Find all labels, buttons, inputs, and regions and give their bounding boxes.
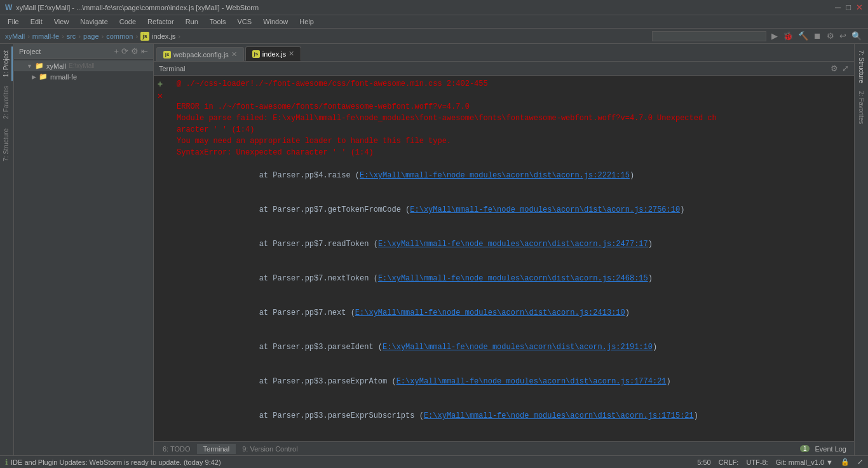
- bottom-tab-vcs[interactable]: 9: Version Control: [236, 444, 304, 454]
- panel-add-button[interactable]: +: [114, 46, 119, 56]
- breadcrumb-sep-3: ›: [78, 32, 81, 40]
- project-tree: ▼ 📁 xyMall E:\xyMall ▶ 📁 mmall-fe: [14, 59, 153, 455]
- window-title: xyMall [E:\xyMall] - ...\mmall-fe\src\pa…: [16, 4, 259, 11]
- event-log-label[interactable]: Event Log: [815, 445, 846, 453]
- right-tab-favorites[interactable]: 2: Favorites: [856, 87, 867, 128]
- terminal-gear-icon[interactable]: ⚙: [831, 64, 838, 73]
- menu-bar: File Edit View Navigate Code Refactor Ru…: [0, 15, 868, 29]
- menu-help[interactable]: Help: [294, 17, 319, 27]
- status-lock-icon: 🔒: [841, 458, 850, 466]
- tree-label-xymall: xyMall: [46, 62, 66, 70]
- panel-settings-button[interactable]: ⚙: [131, 46, 139, 56]
- term-line-2: ERROR in ./~/font-awesome/fonts/fontawes…: [172, 101, 854, 113]
- term-link-6[interactable]: E:\xyMall\mmall-fe\node_modules\acorn\di…: [383, 343, 653, 352]
- term-line-14: at Parser.pp$3.parseExprSubscripts (E:\x…: [172, 399, 854, 433]
- build-button[interactable]: 🔨: [797, 31, 810, 41]
- tree-item-xymall[interactable]: ▼ 📁 xyMall E:\xyMall: [14, 60, 153, 71]
- term-line-9: at Parser.pp$7.readToken (E:\xyMall\mmal…: [172, 227, 854, 261]
- left-sidebar: 1: Project 2: Favorites 7: Structure: [0, 44, 14, 455]
- run-button[interactable]: ▶: [770, 31, 779, 41]
- status-line-sep[interactable]: CRLF:: [719, 458, 739, 466]
- tab-close-webpack[interactable]: ✕: [231, 50, 237, 59]
- term-link-5[interactable]: E:\xyMall\mmall-fe\node_modules\acorn\di…: [355, 308, 625, 317]
- menu-edit[interactable]: Edit: [25, 17, 48, 27]
- terminal-content[interactable]: + ✕ @ ./~/css-loader!./~/font-awesome/cs…: [154, 76, 854, 441]
- terminal-panel: Terminal ⚙ ⤢ + ✕ @ ./~/css-loader!./~/fo…: [154, 62, 854, 441]
- term-link-1[interactable]: E:\xyMall\mmall-fe\node_modules\acorn\di…: [360, 171, 630, 180]
- term-link-3[interactable]: E:\xyMall\mmall-fe\node_modules\acorn\di…: [378, 240, 648, 249]
- term-line-1: @ ./~/css-loader!./~/font-awesome/css/fo…: [172, 78, 854, 90]
- terminal-add-button[interactable]: +: [155, 79, 165, 90]
- breadcrumb-xymall[interactable]: xyMall: [5, 32, 25, 40]
- search-everywhere-input[interactable]: [652, 31, 766, 41]
- settings-button[interactable]: ⚙: [825, 31, 836, 41]
- bottom-tab-todo[interactable]: 6: TODO: [156, 444, 197, 454]
- term-link-7[interactable]: E:\xyMall\mmall-fe\node_modules\acorn\di…: [397, 377, 667, 386]
- breadcrumb-mmall-fe[interactable]: mmall-fe: [32, 32, 59, 40]
- term-link-2[interactable]: E:\xyMall\mmall-fe\node_modules\acorn\di…: [410, 205, 680, 214]
- right-tab-structure[interactable]: 7: Structure: [856, 46, 867, 87]
- menu-window[interactable]: Window: [258, 17, 293, 27]
- sidebar-tab-structure[interactable]: 7: Structure: [1, 125, 13, 165]
- project-panel: Project + ⟳ ⚙ ⇤ ▼ 📁 xyMall E:\xyMall ▶ 📁…: [14, 44, 154, 455]
- menu-vcs[interactable]: VCS: [233, 17, 257, 27]
- tree-folder-icon: 📁: [35, 62, 44, 70]
- terminal-close-button[interactable]: ✕: [155, 91, 165, 101]
- sidebar-tab-favorites[interactable]: 2: Favorites: [1, 82, 13, 123]
- debug-button[interactable]: 🐞: [782, 31, 794, 41]
- term-link-8[interactable]: E:\xyMall\mmall-fe\node_modules\acorn\di…: [424, 411, 694, 420]
- tab-webpack-config[interactable]: js webpack.config.js ✕: [156, 47, 244, 61]
- menu-navigate[interactable]: Navigate: [75, 17, 112, 27]
- search-button[interactable]: 🔍: [850, 31, 863, 41]
- close-button[interactable]: ✕: [856, 3, 863, 12]
- menu-code[interactable]: Code: [114, 17, 141, 27]
- right-sidebar: 7: Structure 2: Favorites: [854, 44, 868, 455]
- breadcrumb-indexjs[interactable]: index.js: [152, 32, 175, 40]
- bottom-tab-vcs-label: 9: Version Control: [242, 445, 297, 453]
- tab-icon-webpack: js: [163, 51, 171, 59]
- undo-button[interactable]: ↩: [838, 31, 848, 41]
- window-controls[interactable]: ─ □ ✕: [835, 3, 863, 12]
- menu-view[interactable]: View: [49, 17, 74, 27]
- minimize-button[interactable]: ─: [835, 3, 841, 12]
- status-encoding[interactable]: UTF-8:: [746, 458, 768, 466]
- tab-indexjs[interactable]: js index.js ✕: [245, 46, 301, 61]
- panel-sync-button[interactable]: ⟳: [121, 46, 128, 56]
- status-expand-icon[interactable]: ⤢: [857, 458, 863, 466]
- term-link-4[interactable]: E:\xyMall\mmall-fe\node_modules\acorn\di…: [378, 274, 648, 283]
- terminal-header-right: ⚙ ⤢: [831, 64, 849, 73]
- terminal-expand-icon[interactable]: ⤢: [842, 64, 849, 73]
- tab-close-index[interactable]: ✕: [288, 50, 294, 58]
- term-line-11: at Parser.pp$7.next (E:\xyMall\mmall-fe\…: [172, 296, 854, 330]
- menu-refactor[interactable]: Refactor: [142, 17, 179, 27]
- sidebar-tab-project[interactable]: 1: Project: [1, 46, 13, 81]
- terminal-title: Terminal: [159, 65, 186, 72]
- menu-run[interactable]: Run: [180, 17, 203, 27]
- breadcrumb-page[interactable]: page: [83, 32, 98, 40]
- tree-item-mmall-fe[interactable]: ▶ 📁 mmall-fe: [14, 71, 153, 82]
- breadcrumb-src[interactable]: src: [67, 32, 76, 40]
- menu-file[interactable]: File: [3, 17, 24, 27]
- term-line-12: at Parser.pp$3.parseIdent (E:\xyMall\mma…: [172, 330, 854, 364]
- term-line-8: at Parser.pp$7.getTokenFromCode (E:\xyMa…: [172, 193, 854, 227]
- nav-right-area: ▶ 🐞 🔨 ⏹ ⚙ ↩ 🔍: [652, 31, 863, 41]
- breadcrumb-common[interactable]: common: [106, 32, 133, 40]
- maximize-button[interactable]: □: [846, 3, 851, 12]
- status-git[interactable]: Git: mmall_v1.0 ▼: [776, 458, 833, 466]
- term-line-6: SyntaxError: Unexpected character ' ' (1…: [172, 147, 854, 158]
- menu-tools[interactable]: Tools: [205, 17, 231, 27]
- nav-bar: xyMall › mmall-fe › src › page › common …: [0, 29, 868, 44]
- tree-arrow-mmall-fe: ▶: [32, 74, 36, 80]
- status-time: 5:50: [697, 458, 710, 466]
- status-bar-right: 5:50 CRLF: UTF-8: Git: mmall_v1.0 ▼ 🔒 ⤢: [697, 458, 863, 466]
- status-update-text: IDE and Plugin Updates: WebStorm is read…: [11, 458, 221, 466]
- term-line-5: You may need an appropriate loader to ha…: [172, 135, 854, 147]
- bottom-tab-terminal-label: Terminal: [203, 445, 230, 453]
- breadcrumb-sep-4: ›: [102, 32, 104, 40]
- tab-label-index: index.js: [262, 50, 286, 58]
- status-bar-left: ℹ IDE and Plugin Updates: WebStorm is re…: [5, 458, 221, 467]
- bottom-tab-terminal[interactable]: Terminal: [197, 444, 236, 454]
- panel-collapse-button[interactable]: ⇤: [141, 46, 148, 56]
- stop-button[interactable]: ⏹: [812, 31, 823, 41]
- app-icon: W: [5, 3, 12, 12]
